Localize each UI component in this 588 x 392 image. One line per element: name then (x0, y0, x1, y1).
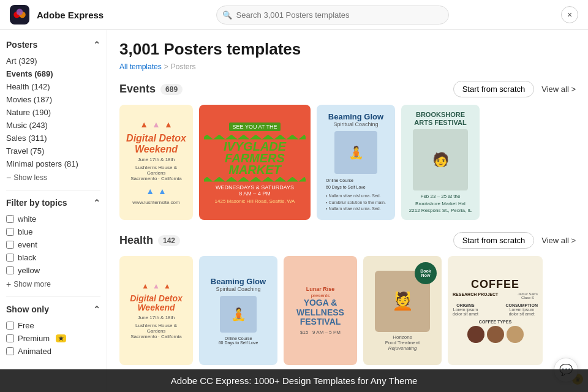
health-poster-1[interactable]: ▲ ▲ ▲ Digital DetoxWeekend June 17th & 1… (119, 256, 193, 365)
health-poster-3[interactable]: Lunar Risepresents YOGA &WELLNESSFESTIVA… (284, 256, 357, 365)
health-title-wrap: Health 142 (119, 234, 180, 247)
close-button[interactable]: × (561, 6, 578, 23)
search-icon: 🔍 (222, 10, 232, 20)
poster4-image: 🧑 (413, 129, 468, 190)
filter-yellow[interactable]: yellow (6, 264, 100, 277)
filter-collapse-icon[interactable]: ⌃ (93, 198, 100, 208)
show-only-free[interactable]: Free (6, 319, 100, 332)
events-scratch-button[interactable]: Start from scratch (453, 81, 535, 97)
events-poster-1[interactable]: ▲ ▲ ▲ Digital DetoxWeekend June 17th & 1… (119, 105, 193, 220)
page-title: 3,001 Posters templates (119, 40, 576, 59)
health-poster-5[interactable]: COFFEE RESEARCH PROJECT Jamur Salt'sClas… (448, 256, 543, 365)
events-poster-3[interactable]: Beaming Glow Spiritual Coaching 🧘 Online… (317, 105, 395, 220)
collapse-icon[interactable]: ⌃ (93, 40, 100, 50)
filter-section: white blue event black yellow (6, 213, 100, 277)
main-content: 3,001 Posters templates All templates > … (107, 30, 588, 392)
search-input[interactable] (216, 6, 449, 24)
sidebar-item-music[interactable]: Music (243) (6, 119, 100, 132)
app-logo (10, 5, 29, 24)
hposter5-title: COFFEE (471, 278, 519, 291)
health-count-badge: 142 (158, 235, 180, 246)
sidebar-item-nature[interactable]: Nature (190) (6, 106, 100, 119)
events-poster-4[interactable]: BROOKSHOREARTS FESTIVAL 🧑 Feb 23 – 25 at… (401, 105, 480, 220)
app-name: Adobe Express (37, 10, 104, 20)
poster4-title: BROOKSHOREARTS FESTIVAL (414, 111, 466, 127)
poster1-title: Digital DetoxWeekend (126, 133, 187, 154)
events-section-header: Events 689 Start from scratch View all > (119, 81, 576, 97)
health-section-header: Health 142 Start from scratch View all > (119, 232, 576, 249)
premium-badge: ★ (56, 334, 66, 342)
events-templates-row: ▲ ▲ ▲ Digital DetoxWeekend June 17th & 1… (119, 105, 576, 220)
events-poster-2[interactable]: SEE YOU AT THE IVYGLADEFARMERSMARKET WED… (199, 105, 311, 220)
bottom-tooltip: Adobe CC Express: 1000+ Design Templates… (0, 369, 588, 392)
body: Posters ⌃ Art (329) Events (689) Health … (0, 30, 588, 392)
events-view-all[interactable]: View all > (541, 85, 576, 94)
breadcrumb-current: Posters (171, 62, 196, 71)
events-section: Events 689 Start from scratch View all >… (119, 81, 576, 220)
show-more-label: Show more (13, 280, 51, 288)
show-only-items: Free Premium★ Animated (6, 319, 100, 358)
svg-point-2 (17, 9, 23, 15)
poster2-title: IVYGLADEFARMERSMARKET (204, 141, 306, 176)
header: Adobe Express 🔍 × (0, 0, 588, 30)
health-actions: Start from scratch View all > (453, 232, 576, 249)
minus-icon: − (6, 173, 11, 183)
filter-event[interactable]: event (6, 238, 100, 251)
hposter1-title: Digital DetoxWeekend (126, 294, 187, 313)
sidebar-item-art[interactable]: Art (329) (6, 55, 100, 67)
sidebar-item-travel[interactable]: Travel (75) (6, 145, 100, 157)
poster3-title: Beaming Glow (328, 112, 383, 121)
sidebar-item-movies[interactable]: Movies (187) (6, 93, 100, 106)
sidebar-item-minimal[interactable]: Minimal posters (81) (6, 157, 100, 170)
health-view-all[interactable]: View all > (541, 236, 576, 245)
sidebar-item-sales[interactable]: Sales (311) (6, 132, 100, 145)
show-less-button[interactable]: − Show less (6, 173, 100, 183)
filter-section-title: Filter by topics ⌃ (6, 198, 100, 208)
show-more-button[interactable]: + Show more (6, 279, 100, 289)
show-only-collapse-icon[interactable]: ⌃ (93, 304, 100, 314)
health-section: Health 142 Start from scratch View all >… (119, 232, 576, 365)
sidebar-divider2 (6, 296, 100, 297)
sidebar-item-events[interactable]: Events (689) (6, 67, 100, 80)
sidebar-item-health[interactable]: Health (142) (6, 80, 100, 93)
filter-white[interactable]: white (6, 213, 100, 225)
show-only-label: Show only (6, 304, 49, 314)
events-actions: Start from scratch View all > (453, 81, 576, 97)
events-title-wrap: Events 689 (119, 83, 183, 96)
sidebar-items: Art (329) Events (689) Health (142) Movi… (6, 55, 100, 170)
show-only-premium[interactable]: Premium★ (6, 332, 100, 345)
poster1-date: June 17th & 18th (126, 157, 187, 162)
hposter3-title: YOGA &WELLNESSFESTIVAL (296, 298, 344, 326)
sidebar-divider (6, 190, 100, 190)
posters-label: Posters (6, 40, 37, 50)
filter-black[interactable]: black (6, 251, 100, 264)
health-poster-4[interactable]: 💆 BookNow HorizonsFood TreatmentRejuvena… (363, 256, 442, 365)
search-bar: 🔍 (216, 6, 449, 24)
breadcrumb-sep: > (164, 62, 168, 71)
health-scratch-button[interactable]: Start from scratch (453, 232, 535, 249)
events-title: Events (119, 83, 156, 96)
breadcrumb: All templates > Posters (119, 62, 576, 71)
book-now-badge: BookNow (415, 262, 437, 284)
health-title: Health (119, 234, 153, 247)
health-poster-2[interactable]: Beaming Glow Spiritual Coaching 🧘 Online… (199, 256, 277, 365)
filter-label: Filter by topics (6, 198, 67, 208)
poster3-image: 🧘 (334, 131, 377, 174)
show-only-title: Show only ⌃ (6, 304, 100, 314)
posters-section-title: Posters ⌃ (6, 40, 100, 50)
plus-icon: + (6, 279, 11, 289)
filter-blue[interactable]: blue (6, 225, 100, 238)
breadcrumb-all[interactable]: All templates (119, 62, 162, 71)
events-count-badge: 689 (160, 84, 183, 95)
sidebar: Posters ⌃ Art (329) Events (689) Health … (0, 30, 107, 392)
show-only-animated[interactable]: Animated (6, 345, 100, 358)
show-less-label: Show less (13, 173, 47, 182)
health-templates-row: ▲ ▲ ▲ Digital DetoxWeekend June 17th & 1… (119, 256, 576, 365)
